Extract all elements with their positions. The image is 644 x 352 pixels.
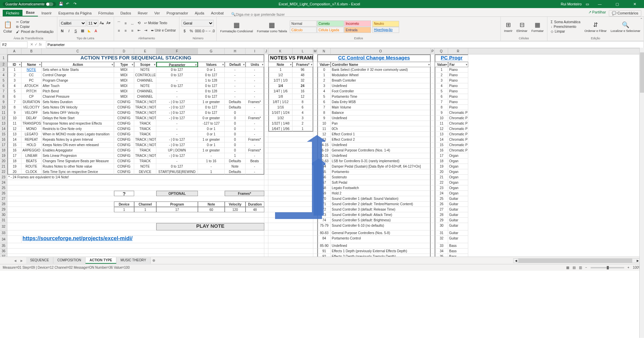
cc-val-25[interactable]: 71 bbox=[317, 202, 331, 207]
gap[interactable] bbox=[313, 54, 317, 62]
cond-format-button[interactable]: ▦Formatação Condicional bbox=[219, 20, 254, 34]
align-right-button[interactable]: ≡ bbox=[129, 28, 136, 34]
main-param-6[interactable]: - | 0 to 127 bbox=[156, 99, 198, 105]
cc-val-9[interactable]: 9 bbox=[317, 116, 331, 121]
gap[interactable] bbox=[313, 202, 317, 207]
cc-name-28[interactable]: Sound Controller 5 (default: Brightness) bbox=[331, 218, 431, 223]
row-header-31[interactable]: 31 bbox=[0, 218, 7, 223]
hdr-main-5[interactable]: Parameter bbox=[156, 62, 198, 67]
blank[interactable] bbox=[7, 207, 114, 212]
pc-name-34[interactable]: Bass bbox=[448, 254, 468, 257]
add-sheet-button[interactable]: ⊕ bbox=[151, 258, 157, 263]
note-frames-1[interactable]: 48 bbox=[292, 73, 313, 78]
cc-name-19[interactable]: Portamento bbox=[331, 169, 431, 175]
main-default-7[interactable]: Defaults bbox=[225, 105, 246, 110]
note-val-1[interactable]: 1/2 bbox=[268, 73, 292, 78]
account-icon[interactable]: ▭ bbox=[586, 2, 589, 6]
main-scope-7[interactable]: TRACK | NOTE bbox=[134, 105, 156, 110]
col-header-G[interactable]: G bbox=[198, 48, 225, 54]
gap[interactable] bbox=[264, 175, 268, 180]
main-default-1[interactable]: - bbox=[225, 73, 246, 78]
fx-icon[interactable]: fx bbox=[39, 42, 42, 47]
gap[interactable] bbox=[431, 110, 435, 116]
gap[interactable] bbox=[431, 89, 435, 94]
cc-val-19[interactable]: 65 bbox=[317, 169, 331, 175]
gap[interactable] bbox=[264, 249, 268, 254]
paste-button[interactable]: 📋 Colar bbox=[2, 20, 13, 34]
gap[interactable] bbox=[264, 218, 268, 223]
pc-name-19[interactable]: Organ bbox=[448, 169, 468, 175]
col-header-L[interactable]: L bbox=[292, 48, 313, 54]
main-type-0[interactable]: MIDI bbox=[114, 67, 134, 73]
main-type-2[interactable]: MIDI bbox=[114, 78, 134, 83]
cc-name-21[interactable]: Soft Pedal bbox=[331, 180, 431, 185]
main-values-8[interactable]: 0 to 127 bbox=[198, 110, 225, 116]
row-header-14[interactable]: 14 bbox=[0, 126, 7, 132]
blank[interactable] bbox=[198, 191, 225, 196]
pc-val-8[interactable]: 9 bbox=[435, 110, 448, 116]
blank-notes-24[interactable] bbox=[268, 180, 313, 185]
share-button[interactable]: ↗ Partilhar bbox=[588, 10, 606, 16]
cc-val-1[interactable]: 1 bbox=[317, 73, 331, 78]
col-header-A[interactable]: A bbox=[7, 48, 21, 54]
gap[interactable] bbox=[431, 230, 435, 236]
col-header-I[interactable]: I bbox=[246, 48, 264, 54]
note-val-7[interactable]: 1/16 bbox=[268, 105, 292, 110]
blank-notes-25[interactable] bbox=[268, 185, 313, 191]
main-name-13[interactable]: REPEAT bbox=[21, 137, 42, 142]
gap[interactable] bbox=[313, 207, 317, 212]
hdr-main-7[interactable]: Default bbox=[225, 62, 246, 67]
main-units-17[interactable]: Beats bbox=[246, 159, 264, 164]
main-scope-12[interactable]: TRACK bbox=[134, 132, 156, 137]
note-val-6[interactable]: 1/8T | 1/12 bbox=[268, 99, 292, 105]
col-header-C[interactable]: C bbox=[42, 48, 114, 54]
pc-name-0[interactable]: Piano bbox=[448, 67, 468, 73]
main-action-17[interactable]: Changes Time Signature Beats per Measure bbox=[42, 159, 114, 164]
main-units-5[interactable]: - bbox=[246, 94, 264, 99]
main-name-1[interactable]: CC bbox=[21, 73, 42, 78]
bold-button[interactable]: N bbox=[59, 28, 65, 34]
collapse-ribbon-button[interactable]: ⌃ bbox=[640, 17, 643, 21]
row-header-22[interactable]: 22 bbox=[0, 169, 7, 175]
zoom-out-button[interactable]: − bbox=[585, 266, 587, 269]
main-param-7[interactable]: - | 0 to 127 bbox=[156, 105, 198, 110]
cc-name-11[interactable]: 0Ch bbox=[331, 126, 431, 132]
formula-bar[interactable] bbox=[46, 41, 644, 48]
main-units-3[interactable]: - bbox=[246, 83, 264, 89]
note-frames-3[interactable]: 24 bbox=[292, 83, 313, 89]
play-val-3[interactable]: 60 bbox=[198, 207, 225, 212]
main-values-17[interactable]: 1 to 16 bbox=[198, 159, 225, 164]
note-frames-7[interactable]: 6 bbox=[292, 105, 313, 110]
note-val-4[interactable]: 1/4T | 1/6 bbox=[268, 89, 292, 94]
gap[interactable] bbox=[264, 99, 268, 105]
gap[interactable] bbox=[264, 94, 268, 99]
blank-notes-33[interactable] bbox=[268, 230, 313, 236]
col-header-H[interactable]: H bbox=[225, 48, 246, 54]
gap[interactable] bbox=[431, 153, 435, 159]
pc-val-13[interactable]: 14 bbox=[435, 137, 448, 142]
main-action-8[interactable]: Sets Notes OFF Velocity bbox=[42, 110, 114, 116]
row-header-28[interactable]: 28 bbox=[0, 202, 7, 207]
main-values-15[interactable]: 1 or greater bbox=[198, 148, 225, 153]
main-name-8[interactable]: VELOFF bbox=[21, 110, 42, 116]
main-id-13[interactable]: 14 bbox=[7, 137, 21, 142]
cc-val-14[interactable]: 14-15 bbox=[317, 142, 331, 148]
main-name-4[interactable]: PITCH bbox=[21, 89, 42, 94]
copy-button[interactable]: ⧉Copiar bbox=[15, 25, 55, 29]
pc-val-34[interactable]: 35 bbox=[435, 254, 448, 257]
main-action-12[interactable]: When in MONO mode does Legato transition bbox=[42, 132, 114, 137]
cc-name-1[interactable]: Modulation Wheel bbox=[331, 73, 431, 78]
orientation-button[interactable]: ⟲ bbox=[136, 20, 142, 26]
tab-formulas[interactable]: Fórmulas bbox=[95, 10, 117, 16]
gap[interactable] bbox=[264, 142, 268, 148]
main-id-10[interactable]: 11 bbox=[7, 121, 21, 126]
main-name-19[interactable]: CLOCK bbox=[21, 169, 42, 175]
main-default-13[interactable]: 0 bbox=[225, 137, 246, 142]
cc-val-16[interactable]: 20-31 bbox=[317, 153, 331, 159]
main-action-14[interactable]: Keeps Notes ON even when released bbox=[42, 142, 114, 148]
pc-val-32[interactable]: 33 bbox=[435, 243, 448, 249]
main-scope-17[interactable]: TRACK bbox=[134, 159, 156, 164]
blank-row-35[interactable] bbox=[7, 243, 264, 249]
main-values-12[interactable]: 0 or 1 bbox=[198, 132, 225, 137]
comments-button[interactable]: 💬 Comentários bbox=[609, 10, 641, 16]
